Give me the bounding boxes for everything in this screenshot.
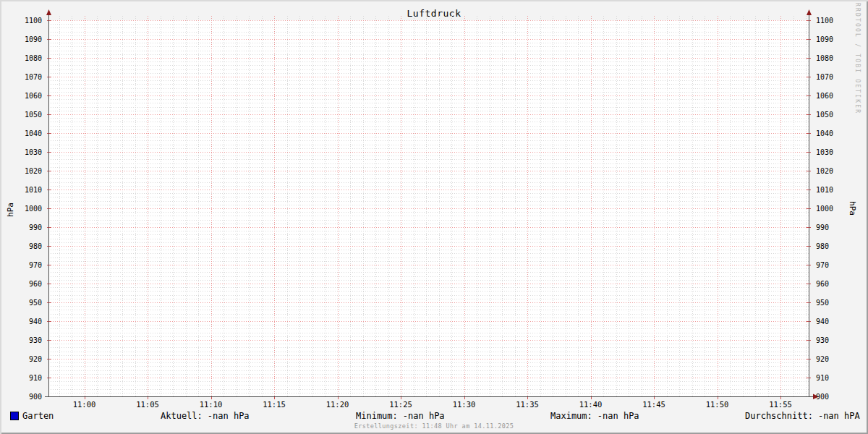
stat-durchschnitt: Durchschnitt:-nan hPA — [745, 411, 860, 421]
y-tick-label: 910 — [12, 374, 42, 382]
x-tick-label: 11:45 — [629, 400, 679, 409]
y-tick-label: 1030 — [12, 148, 42, 156]
y-tick-label: 1020 — [12, 167, 42, 175]
y-tick-label: 970 — [816, 261, 846, 269]
y-tick-label: 1050 — [816, 111, 846, 119]
y-tick-label: 900 — [12, 393, 42, 401]
y-tick-label: 1040 — [12, 129, 42, 137]
y-tick-label: 1050 — [12, 111, 42, 119]
y-tick-label: 1010 — [12, 186, 42, 194]
x-tick-label: 11:15 — [249, 400, 299, 409]
y-tick-label: 1020 — [816, 167, 846, 175]
stat-maximum: Maximum:-nan hPa — [550, 411, 639, 421]
y-tick-label: 970 — [12, 261, 42, 269]
y-tick-label: 1060 — [12, 92, 42, 100]
stat-durchschnitt-value: -nan hPA — [818, 411, 860, 421]
y-tick-label: 950 — [816, 299, 846, 307]
x-tick-label: 11:00 — [59, 400, 110, 409]
y-tick-label: 980 — [12, 242, 42, 250]
y-tick-label: 910 — [816, 374, 846, 382]
x-tick-label: 11:05 — [122, 400, 173, 409]
rrdtool-watermark: RRDTOOL / TOBI OETIKER — [854, 3, 861, 114]
x-tick-label: 11:10 — [186, 400, 237, 409]
y-axis-unit-label-right: hPa — [848, 201, 857, 216]
y-tick-label: 990 — [12, 224, 42, 231]
x-tick-label: 11:35 — [502, 400, 553, 409]
y-tick-label: 960 — [12, 280, 42, 288]
stat-durchschnitt-label: Durchschnitt: — [745, 411, 813, 421]
y-tick-label: 1090 — [12, 35, 42, 43]
y-axis-unit-label-left: hPa — [6, 203, 15, 217]
x-tick-label: 11:30 — [439, 400, 490, 409]
stat-aktuell-value: -nan hPa — [208, 411, 250, 421]
y-tick-label: 940 — [12, 318, 42, 326]
y-tick-label: 980 — [816, 242, 846, 250]
y-tick-label: 990 — [816, 224, 846, 231]
legend-color-swatch — [10, 412, 19, 420]
y-tick-label: 920 — [816, 355, 846, 363]
chart-grid-and-axes — [0, 0, 868, 434]
y-tick-label: 1100 — [816, 17, 846, 25]
stat-minimum-value: -nan hPa — [403, 411, 445, 421]
y-tick-label: 1080 — [816, 54, 846, 62]
y-tick-label: 930 — [816, 336, 846, 344]
generation-timestamp: Erstellungszeit: 11:48 Uhr am 14.11.2025 — [0, 422, 868, 430]
y-tick-label: 1080 — [12, 54, 42, 62]
stat-maximum-label: Maximum: — [550, 411, 592, 421]
y-tick-label: 1090 — [816, 35, 846, 43]
stat-minimum: Minimum:-nan hPa — [356, 411, 445, 421]
x-tick-label: 11:50 — [692, 400, 743, 409]
y-tick-label: 1030 — [816, 148, 846, 156]
y-tick-label: 1070 — [816, 73, 846, 81]
y-tick-label: 930 — [12, 336, 42, 344]
y-tick-label: 920 — [12, 355, 42, 363]
x-tick-label: 11:25 — [375, 400, 426, 409]
stat-aktuell-label: Aktuell: — [161, 411, 203, 421]
y-tick-label: 1100 — [12, 17, 42, 25]
x-tick-label: 11:20 — [312, 400, 363, 409]
y-tick-label: 1000 — [816, 205, 846, 213]
y-tick-label: 950 — [12, 299, 42, 307]
y-tick-label: 1060 — [816, 92, 846, 100]
y-tick-label: 940 — [816, 318, 846, 326]
x-tick-label: 11:40 — [566, 400, 616, 409]
y-tick-label: 1040 — [816, 129, 846, 137]
stat-minimum-label: Minimum: — [356, 411, 398, 421]
x-tick-label: 11:55 — [755, 400, 806, 409]
legend-series-label: Garten — [22, 411, 54, 421]
y-tick-label: 1010 — [816, 186, 846, 194]
stat-maximum-value: -nan hPa — [597, 411, 639, 421]
y-tick-label: 900 — [816, 393, 846, 401]
stat-aktuell: Aktuell:-nan hPa — [161, 411, 250, 421]
y-tick-label: 1070 — [12, 73, 42, 81]
y-tick-label: 1000 — [12, 205, 42, 213]
y-tick-label: 960 — [816, 280, 846, 288]
rrdtool-chart: Luftdruck 900910920930940950960970980990… — [0, 0, 868, 434]
